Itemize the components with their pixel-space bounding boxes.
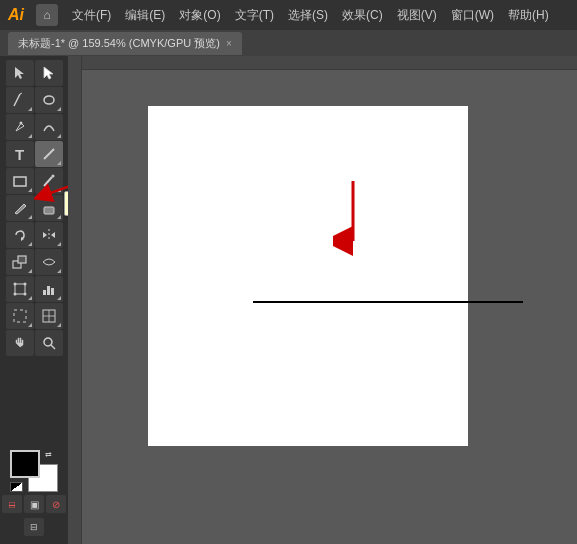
hand-tool[interactable] <box>6 330 34 356</box>
menu-type[interactable]: 文字(T) <box>229 7 280 24</box>
menu-view[interactable]: 视图(V) <box>391 7 443 24</box>
svg-rect-18 <box>51 288 54 295</box>
rotate-tool[interactable] <box>6 222 34 248</box>
none-fill-button[interactable]: □ <box>2 495 22 513</box>
home-button[interactable]: ⌂ <box>36 4 58 26</box>
gradient-fill-button[interactable]: ▣ <box>24 495 44 513</box>
svg-point-13 <box>23 283 26 286</box>
menu-select[interactable]: 选择(S) <box>282 7 334 24</box>
canvas-area[interactable] <box>68 56 577 544</box>
tooltip: 直线段工具 (\) <box>64 191 68 216</box>
tool-row-8 <box>2 249 66 275</box>
svg-point-15 <box>23 293 26 296</box>
menu-bar: 文件(F) 编辑(E) 对象(O) 文字(T) 选择(S) 效果(C) 视图(V… <box>66 7 555 24</box>
main-layout: T <box>0 56 577 544</box>
canvas-annotation-arrow <box>333 176 373 259</box>
active-tab[interactable]: 未标题-1* @ 159.54% (CMYK/GPU 预览) × <box>8 32 242 55</box>
color-swatches: ⇄ <box>10 450 58 492</box>
artboard <box>148 106 468 446</box>
annotation-arrow <box>34 176 68 229</box>
svg-rect-5 <box>14 177 26 186</box>
menu-edit[interactable]: 编辑(E) <box>119 7 171 24</box>
tool-row-3 <box>2 114 66 140</box>
menu-window[interactable]: 窗口(W) <box>445 7 500 24</box>
screen-mode-button[interactable]: ⊟ <box>24 518 44 536</box>
type-tool[interactable]: T <box>6 141 34 167</box>
tab-bar: 未标题-1* @ 159.54% (CMYK/GPU 预览) × <box>0 30 577 56</box>
swap-color-button[interactable]: ⇄ <box>45 450 58 460</box>
lasso-tool[interactable] <box>35 87 63 113</box>
reset-color-button[interactable] <box>10 482 23 492</box>
tool-row-2 <box>2 87 66 113</box>
svg-point-3 <box>19 122 22 125</box>
svg-rect-17 <box>47 286 50 295</box>
line-drawing <box>253 301 523 303</box>
menu-effect[interactable]: 效果(C) <box>336 7 389 24</box>
tool-row-1 <box>2 60 66 86</box>
top-ruler <box>68 56 577 70</box>
magic-wand-tool[interactable] <box>6 87 34 113</box>
toolbar-bottom: ⇄ □ ▣ ⊘ ⊟ <box>2 446 66 540</box>
appearance-row: □ ▣ ⊘ <box>2 495 66 513</box>
slice-tool[interactable] <box>35 303 63 329</box>
warp-tool[interactable] <box>35 249 63 275</box>
tool-row-4: T <box>2 141 66 167</box>
ai-logo: Ai <box>8 6 24 24</box>
left-ruler <box>68 56 82 544</box>
svg-line-24 <box>51 345 55 349</box>
tool-row-9 <box>2 276 66 302</box>
selection-tool[interactable] <box>6 60 34 86</box>
svg-line-1 <box>20 93 22 94</box>
rectangle-tool[interactable] <box>6 168 34 194</box>
foreground-color-swatch[interactable] <box>10 450 40 478</box>
tool-row-11 <box>2 330 66 356</box>
none-stroke-button[interactable]: ⊘ <box>46 495 66 513</box>
svg-point-14 <box>13 293 16 296</box>
column-graph-tool[interactable] <box>35 276 63 302</box>
svg-rect-11 <box>15 284 25 294</box>
menu-file[interactable]: 文件(F) <box>66 7 117 24</box>
svg-point-23 <box>44 338 52 346</box>
menu-help[interactable]: 帮助(H) <box>502 7 555 24</box>
svg-rect-10 <box>18 256 26 263</box>
curvature-tool[interactable] <box>35 114 63 140</box>
pen-tool[interactable] <box>6 114 34 140</box>
zoom-tool[interactable] <box>35 330 63 356</box>
artboard-tool[interactable] <box>6 303 34 329</box>
scale-tool[interactable] <box>6 249 34 275</box>
svg-line-4 <box>44 149 54 159</box>
free-transform-tool[interactable] <box>6 276 34 302</box>
svg-line-0 <box>14 94 20 106</box>
svg-point-2 <box>44 96 54 104</box>
svg-rect-16 <box>43 290 46 295</box>
tab-title: 未标题-1* @ 159.54% (CMYK/GPU 预览) <box>18 36 220 51</box>
svg-point-12 <box>13 283 16 286</box>
tab-close-button[interactable]: × <box>226 38 232 49</box>
svg-rect-19 <box>14 310 26 322</box>
toolbar: T <box>0 56 68 544</box>
tool-row-10 <box>2 303 66 329</box>
pencil-tool[interactable] <box>6 195 34 221</box>
title-bar: Ai ⌂ 文件(F) 编辑(E) 对象(O) 文字(T) 选择(S) 效果(C)… <box>0 0 577 30</box>
direct-selection-tool[interactable] <box>35 60 63 86</box>
screen-modes: ⊟ <box>24 518 44 536</box>
line-segment-tool[interactable] <box>35 141 63 167</box>
menu-object[interactable]: 对象(O) <box>173 7 226 24</box>
